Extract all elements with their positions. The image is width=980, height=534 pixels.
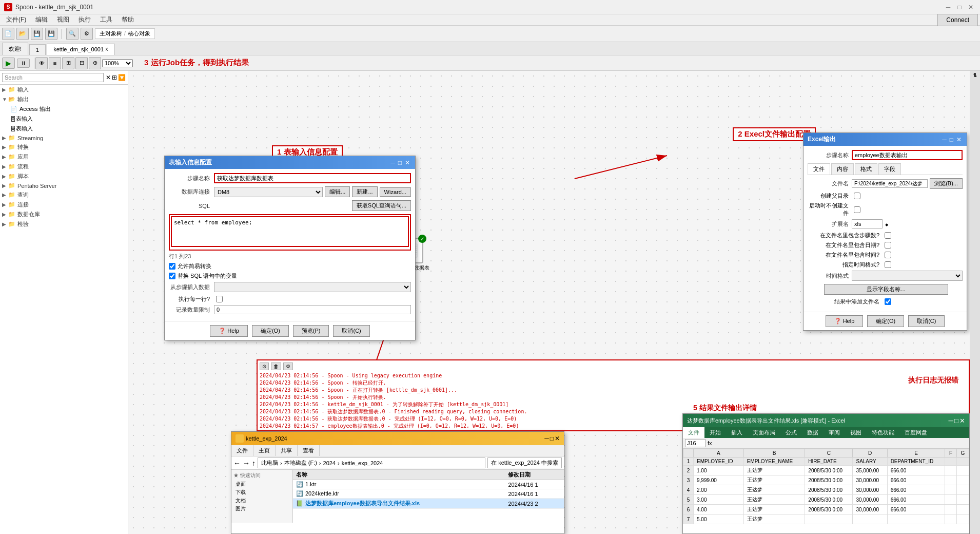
fe-menu-home[interactable]: 主页 <box>253 445 276 456</box>
menu-help[interactable]: 帮助 <box>117 14 138 25</box>
menu-view[interactable]: 视图 <box>53 14 73 25</box>
create-parent-check[interactable] <box>854 193 860 199</box>
zoom-select[interactable]: 100% 75% 50% 150% <box>102 59 133 67</box>
show-field-names-btn[interactable]: 显示字段名称... <box>824 284 948 295</box>
tab-1[interactable]: 1 <box>29 44 46 55</box>
fe-close[interactable]: ✕ <box>555 435 560 442</box>
align-button[interactable]: ≡ <box>49 57 61 69</box>
er-menu-view[interactable]: 视图 <box>845 427 867 438</box>
fe-menu-share[interactable]: 共享 <box>276 445 298 456</box>
no-create-check[interactable] <box>854 206 860 213</box>
minimize-button[interactable]: ─ <box>943 3 953 12</box>
excel-dialog-minimize[interactable]: ─ <box>941 136 948 143</box>
sidebar-item-input[interactable]: ▶ 📁 输入 <box>0 85 128 94</box>
sidebar-item-table-input1[interactable]: 🗄 表输入 <box>8 114 128 124</box>
canvas-background[interactable]: 1 表输入信息配置 2 Execl文件输出配置 🗄 获取达梦数据库数据表 📊 ✓… <box>128 71 970 534</box>
search-filter-icon[interactable]: 🔽 <box>118 74 126 81</box>
date-format-select[interactable] <box>852 271 963 281</box>
fe-sidebar-item-pics[interactable]: 图片 <box>233 505 290 513</box>
fe-search-box[interactable]: 在 kettle_exp_2024 中搜索 <box>487 457 562 468</box>
grid-button[interactable]: ⊞ <box>62 57 74 69</box>
er-maximize[interactable]: □ <box>954 417 958 425</box>
right-panel-toggle[interactable]: ⇄ <box>972 73 978 77</box>
include-time-check[interactable] <box>885 252 891 258</box>
excel-output-title[interactable]: Excel输出 ─ □ ✕ <box>803 133 967 146</box>
excel-tab-file[interactable]: 文件 <box>808 163 830 175</box>
sidebar-item-check[interactable]: ▶ 📁 检验 <box>0 219 128 229</box>
er-menu-layout[interactable]: 页面布局 <box>748 427 780 438</box>
fe-menu-view[interactable]: 查看 <box>298 445 320 456</box>
fe-sidebar-item-docs[interactable]: 文档 <box>233 497 290 505</box>
sidebar-item-output[interactable]: ▼ 📂 输出 <box>0 94 128 104</box>
dialog-maximize[interactable]: □ <box>397 159 403 166</box>
er-close[interactable]: ✕ <box>959 417 965 425</box>
er-menu-review[interactable]: 审阅 <box>824 427 845 438</box>
fe-menu-file[interactable]: 文件 <box>231 445 253 456</box>
ok-button-eo[interactable]: 确定(O) <box>867 315 904 327</box>
er-minimize[interactable]: ─ <box>948 417 953 425</box>
include-step-check[interactable] <box>885 232 891 239</box>
new-btn[interactable]: 新建... <box>352 186 377 197</box>
allow-easy-transform-check[interactable] <box>169 263 175 270</box>
fe-minimize[interactable]: ─ <box>544 435 549 442</box>
fe-sidebar-item-desktop[interactable]: 桌面 <box>233 480 290 488</box>
fe-forward-btn[interactable]: → <box>243 459 250 467</box>
step-name-input[interactable] <box>214 173 411 183</box>
record-limit-input[interactable] <box>214 305 411 314</box>
fe-file-row-1[interactable]: 🔄2024kettle.ktr 2024/4/16 1 <box>293 489 564 499</box>
sidebar-item-access-output[interactable]: 📄 Access 输出 <box>8 104 128 114</box>
file-path-input[interactable] <box>852 179 928 188</box>
sidebar-item-app[interactable]: ▶ 📁 应用 <box>0 152 128 162</box>
sidebar-item-query[interactable]: ▶ 📁 查询 <box>0 190 128 200</box>
er-menu-data[interactable]: 数据 <box>802 427 824 438</box>
replace-vars-check[interactable] <box>169 273 175 279</box>
hide-button[interactable]: 👁 <box>35 57 48 69</box>
sidebar-item-flow[interactable]: ▶ 📁 流程 <box>0 162 128 171</box>
excel-tab-fields[interactable]: 字段 <box>878 163 901 175</box>
from-step-select[interactable] <box>214 282 411 292</box>
tab-kettle[interactable]: kettle_dm_sjk_0001 ☓ <box>47 44 115 55</box>
help-button-ti[interactable]: ❓ Help <box>210 325 248 337</box>
sidebar-item-connect[interactable]: ▶ 📁 连接 <box>0 200 128 209</box>
save-all-button[interactable]: 💾 <box>45 28 57 40</box>
sidebar-item-pentaho[interactable]: ▶ 📁 Pentaho Server <box>0 181 128 190</box>
connect-button[interactable]: Connect <box>937 14 978 26</box>
add-filename-check[interactable] <box>885 298 891 305</box>
ext-input[interactable] <box>852 219 883 228</box>
fe-file-row-2[interactable]: 📗达梦数据库employee数据表导出文件结果.xls 2024/4/23 2 <box>293 499 564 509</box>
excel-step-name-input[interactable] <box>852 150 963 160</box>
preview-button-ti[interactable]: 预览(P) <box>293 325 329 337</box>
excel-dialog-maximize[interactable]: □ <box>949 136 954 143</box>
log-stop-btn[interactable]: ⊙ <box>260 363 269 370</box>
log-clear-btn[interactable]: 🗑 <box>271 363 281 370</box>
get-sql-btn[interactable]: 获取SQL查询语句... <box>352 200 411 211</box>
sidebar-item-streaming[interactable]: ▶ 📁 Streaming <box>0 134 128 142</box>
fe-up-btn[interactable]: ↑ <box>252 459 256 467</box>
excel-tab-content[interactable]: 内容 <box>831 163 854 175</box>
table-input-dialog-title[interactable]: 表输入信息配置 ─ □ ✕ <box>165 156 415 169</box>
er-data-row-3[interactable]: 42.00王达梦2008/5/30 0:0030,000.00666.00 <box>683 485 969 495</box>
window-controls[interactable]: ─ □ ✕ <box>943 3 976 12</box>
er-menu-baidu[interactable]: 百度网盘 <box>899 427 932 438</box>
dialog-minimize[interactable]: ─ <box>389 159 396 166</box>
er-data-row-0[interactable]: 1EMPLOYEE_IDEMPLOYEE_NAMEHIRE_DATESALARY… <box>683 457 969 466</box>
sql-textarea[interactable]: select * from employee; <box>171 216 409 247</box>
run-button[interactable]: ▶ <box>2 58 15 69</box>
cell-ref-input[interactable] <box>685 439 705 447</box>
search-input[interactable] <box>2 73 104 82</box>
er-data-row-5[interactable]: 64.00王达梦2008/5/30 0:0030,000.00666.00 <box>683 505 969 514</box>
fe-maximize[interactable]: □ <box>550 435 554 442</box>
wizard-btn[interactable]: Wizard... <box>380 187 411 197</box>
db-conn-select[interactable]: DM8 <box>214 187 323 197</box>
search-options-icon[interactable]: ⊞ <box>112 74 117 81</box>
fe-sidebar-item-download[interactable]: 下载 <box>233 488 290 497</box>
excel-dialog-close[interactable]: ✕ <box>955 136 963 143</box>
sidebar-item-transform[interactable]: ▶ 📁 转换 <box>0 142 128 152</box>
dialog-close[interactable]: ✕ <box>404 159 411 166</box>
menu-run[interactable]: 执行 <box>74 14 95 25</box>
specify-date-check[interactable] <box>885 261 891 268</box>
explore-button[interactable]: 🔍 <box>66 28 79 40</box>
excel-tab-format[interactable]: 格式 <box>855 163 877 175</box>
tab-welcome[interactable]: 欢迎! <box>2 43 28 55</box>
menu-file[interactable]: 文件(F) <box>2 14 30 25</box>
